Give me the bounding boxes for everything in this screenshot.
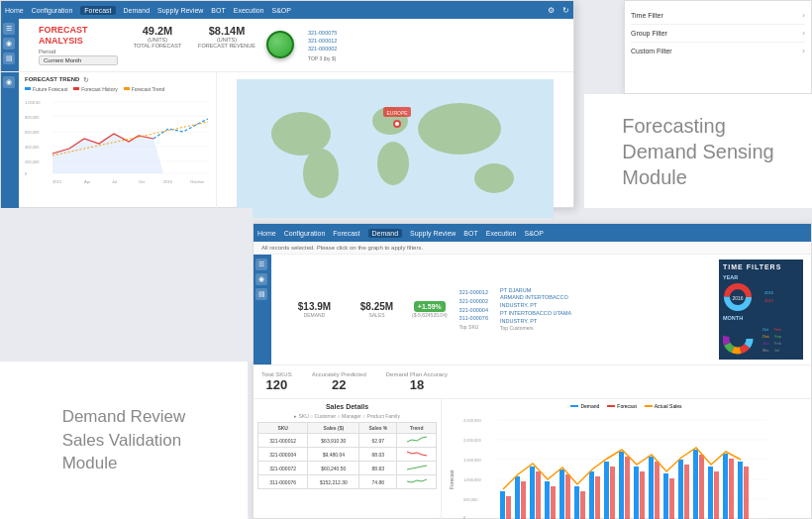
month-donut: Oct Nov Dec Sep Jan Feb Mar Jul xyxy=(723,323,792,355)
row1-trend xyxy=(397,434,437,448)
demand-nav-supply[interactable]: Supply Review xyxy=(410,230,456,237)
row2-pct: 68.03 xyxy=(359,448,397,462)
nav-bot[interactable]: BOT xyxy=(211,7,225,14)
period-badge[interactable]: Current Month xyxy=(39,55,118,65)
svg-text:2,500,000: 2,500,000 xyxy=(463,418,482,423)
revenue-value: $8.14M xyxy=(209,25,246,37)
legend-actual-sales: Actual Sales xyxy=(645,403,682,409)
row4-pct: 74.86 xyxy=(359,475,397,489)
total-forecast-metric: 49.2M (units) TOTAL FORECAST xyxy=(128,25,187,49)
demand-nav-execution[interactable]: Execution xyxy=(486,230,517,237)
svg-rect-88 xyxy=(693,450,698,519)
filter-notice: All records selected. Please click on th… xyxy=(254,242,811,255)
nav-forecast[interactable]: Forecast xyxy=(80,6,115,15)
top-sku-label: Top SKU xyxy=(459,323,488,331)
demand-nav-forecast[interactable]: Forecast xyxy=(333,230,359,237)
svg-rect-92 xyxy=(723,454,728,519)
legend-forecast-label: Forecast xyxy=(617,403,636,409)
bar-chart-area: Demand Forecast Actual Sales Forecast 2,… xyxy=(442,399,811,519)
svg-text:2,000,000: 2,000,000 xyxy=(463,438,482,443)
svg-text:1,000,000: 1,000,000 xyxy=(463,477,482,482)
demand-nav-home[interactable]: Home xyxy=(257,230,276,237)
time-filter-label: Time Filter xyxy=(631,12,663,19)
demand-sidebar-icon-3[interactable]: ▤ xyxy=(255,288,267,300)
chart-title: FORECAST TREND xyxy=(25,76,79,82)
svg-text:400,000: 400,000 xyxy=(25,145,40,150)
legend-future-forecast: Future Forecast xyxy=(25,86,67,92)
sidebar-icon-1[interactable]: ☰ xyxy=(3,23,15,35)
customers-list: PT DJARUM ARMAND INTERTOBACCO INDUSTRY, … xyxy=(500,287,579,332)
svg-text:800,000: 800,000 xyxy=(25,115,40,120)
legend-forecast: Forecast xyxy=(607,403,636,409)
total-forecast-value: 49.2M xyxy=(143,25,173,37)
demand-sidebar-icon-1[interactable]: ☰ xyxy=(255,259,267,270)
top-sku-label: TOP 3 (by $) xyxy=(308,55,337,61)
svg-rect-93 xyxy=(729,459,734,519)
group-filter-item[interactable]: Group Filter › xyxy=(631,25,805,43)
demand-sidebar-icon-2[interactable]: ◉ xyxy=(255,273,267,285)
top-sku-item-2: 321-000012 xyxy=(308,37,337,45)
svg-text:October: October xyxy=(190,179,205,184)
row2-sku: 321-000004 xyxy=(258,448,308,462)
forecasting-title: ForecastingDemand SensingModule xyxy=(622,113,773,190)
time-filter-arrow: › xyxy=(802,11,805,20)
custom-filter-item[interactable]: Custom Filter › xyxy=(631,43,805,59)
change-sub: ($-5,624520.04) xyxy=(412,312,448,318)
nav-home[interactable]: Home xyxy=(5,7,24,14)
month-label: MONTH xyxy=(723,315,799,321)
table-row: 321-000072 $60,240.50 88.63 xyxy=(258,462,437,475)
period-label: Period xyxy=(39,49,118,54)
nav-saop[interactable]: S&OP xyxy=(271,7,290,14)
demand-nav-configuration[interactable]: Configuration xyxy=(284,230,326,237)
svg-marker-12 xyxy=(52,134,163,173)
world-map-area: EUROPE xyxy=(217,72,573,226)
forecast-header: ☰ ◉ ▤ FORECAST ANALYSIS Period Current M… xyxy=(1,19,573,72)
table-row: 311-000076 $152,212.30 74.86 xyxy=(258,475,437,489)
sales-table-subtitle: ▸ SKU ○ Customer ○ Manager ○ Product Fam… xyxy=(257,413,437,419)
nav-demand[interactable]: Demand xyxy=(124,7,150,14)
sidebar-icon-2[interactable]: ◉ xyxy=(3,38,15,50)
demand-nav-bot[interactable]: BOT xyxy=(463,230,477,237)
svg-rect-84 xyxy=(663,473,668,519)
svg-rect-66 xyxy=(530,467,535,519)
svg-rect-94 xyxy=(738,462,743,519)
filter-panel: Time Filter › Group Filter › Custom Filt… xyxy=(624,0,812,94)
demand-nav-saop[interactable]: S&OP xyxy=(524,230,543,237)
revenue-label: FORECAST REVENUE xyxy=(198,43,255,49)
svg-point-30 xyxy=(395,122,399,126)
bar-chart-svg: Forecast 2,500,000 2,000,000 1,500,000 1… xyxy=(446,412,772,519)
time-filter-item[interactable]: Time Filter › xyxy=(631,7,805,25)
legend-demand-line xyxy=(570,405,578,407)
chart-refresh-icon[interactable]: ↻ xyxy=(83,76,89,84)
forecast-chart-area: FORECAST TREND ↻ Future Forecast Forecas… xyxy=(19,72,217,226)
sales-table-area: Sales Details ▸ SKU ○ Customer ○ Manager… xyxy=(254,399,442,519)
svg-rect-86 xyxy=(678,460,683,519)
demand-plan-value: 18 xyxy=(410,377,424,392)
col-sales-dollar: Sales ($) xyxy=(308,423,359,434)
nav-execution[interactable]: Execution xyxy=(234,7,264,14)
svg-rect-81 xyxy=(640,471,645,519)
svg-text:Oct: Oct xyxy=(762,327,769,332)
body-sidebar-icon[interactable]: ◉ xyxy=(3,76,15,88)
svg-rect-78 xyxy=(619,452,624,519)
demand-plan-stat: Demand Plan Accuracy 18 xyxy=(386,371,448,392)
svg-rect-77 xyxy=(610,467,615,519)
stats-row: Total SKUS 120 Accurately Predicted 22 D… xyxy=(254,365,811,399)
legend-forecast-line xyxy=(607,405,615,407)
svg-text:2016: 2016 xyxy=(732,295,743,301)
sidebar-icon-3[interactable]: ▤ xyxy=(3,52,15,64)
svg-rect-69 xyxy=(551,486,556,519)
top-nav: Home Configuration Forecast Demand Suppl… xyxy=(1,1,573,19)
nav-configuration[interactable]: Configuration xyxy=(32,7,73,14)
total-forecast-label: TOTAL FORECAST xyxy=(134,43,182,49)
svg-text:Jul: Jul xyxy=(774,348,779,353)
demand-nav-demand[interactable]: Demand xyxy=(368,229,402,238)
customer-1: PT DJARUM xyxy=(500,287,579,295)
legend-label-2: Forecast Trend xyxy=(132,86,165,92)
nav-supply-review[interactable]: Supply Review xyxy=(157,7,203,14)
svg-rect-75 xyxy=(595,476,600,519)
svg-text:2016: 2016 xyxy=(764,290,774,295)
top-customers-label: Top Customers xyxy=(500,325,579,332)
accurately-predicted-value: 22 xyxy=(332,377,346,392)
legend-label-1: Forecast History xyxy=(81,86,117,92)
